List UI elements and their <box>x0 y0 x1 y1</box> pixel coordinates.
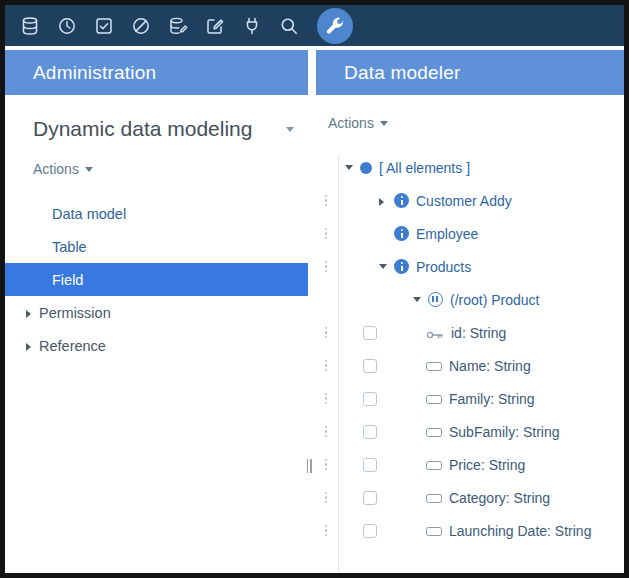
top-toolbar <box>5 5 624 46</box>
tree-label[interactable]: Customer Addy <box>416 193 512 209</box>
database-edit-icon[interactable] <box>167 15 189 37</box>
search-icon[interactable] <box>278 15 300 37</box>
sidebar-item-table[interactable]: Table <box>5 230 308 263</box>
sidebar-item-data-model[interactable]: Data model <box>5 197 308 230</box>
menu-item-label: Table <box>52 239 87 255</box>
wrench-icon-active[interactable] <box>317 8 353 44</box>
field-checkbox[interactable] <box>363 326 377 340</box>
sidebar-item-field[interactable]: Field <box>5 263 308 296</box>
drag-handle-icon[interactable] <box>321 227 331 241</box>
form-edit-icon[interactable] <box>204 15 226 37</box>
tree-row-all-elements[interactable]: [ All elements ] <box>316 151 624 184</box>
field-icon <box>426 395 442 404</box>
tree-row-field-price[interactable]: Price: String <box>316 448 624 481</box>
menu-item-label: Permission <box>39 305 111 321</box>
field-checkbox[interactable] <box>363 359 377 373</box>
data-modeler-header: Data modeler <box>316 50 624 95</box>
tree-row-customer-addy[interactable]: Customer Addy <box>316 184 624 217</box>
field-checkbox[interactable] <box>363 458 377 472</box>
info-icon <box>394 259 409 274</box>
drag-handle-icon[interactable] <box>321 425 331 439</box>
field-icon <box>426 428 442 437</box>
tree-row-field-id[interactable]: id: String <box>316 316 624 349</box>
tree-label[interactable]: Family: String <box>449 391 535 407</box>
field-icon <box>426 461 442 470</box>
tree-label[interactable]: SubFamily: String <box>449 424 559 440</box>
tree-label[interactable]: id: String <box>451 325 506 341</box>
drag-handle-icon[interactable] <box>321 491 331 505</box>
caret-right-icon[interactable] <box>376 195 392 207</box>
tree-label[interactable]: Price: String <box>449 457 525 473</box>
tree-row-products[interactable]: Products <box>316 250 624 283</box>
tree-label[interactable]: Employee <box>416 226 478 242</box>
drag-handle-icon[interactable] <box>321 194 331 208</box>
menu-item-label: Field <box>52 272 83 288</box>
drag-handle-icon[interactable] <box>321 260 331 274</box>
field-checkbox[interactable] <box>363 524 377 538</box>
tree-row-field-family[interactable]: Family: String <box>316 382 624 415</box>
task-check-icon[interactable] <box>93 15 115 37</box>
page-title-row: Dynamic data modeling <box>33 117 294 141</box>
all-elements-icon <box>360 162 372 174</box>
page-title: Dynamic data modeling <box>33 117 278 141</box>
field-checkbox[interactable] <box>363 392 377 406</box>
drag-handle-icon[interactable] <box>321 359 331 373</box>
database-icon[interactable] <box>19 15 41 37</box>
caret-spacer <box>376 228 392 240</box>
administration-header: Administration <box>5 50 308 95</box>
tree-label[interactable]: Name: String <box>449 358 531 374</box>
field-checkbox[interactable] <box>363 491 377 505</box>
drag-handle-icon[interactable] <box>321 326 331 340</box>
menu-item-label: Data model <box>52 206 126 222</box>
info-icon <box>394 193 409 208</box>
app-window: Administration Dynamic data modeling Act… <box>0 0 629 578</box>
sidebar-item-permission[interactable]: Permission <box>5 296 308 329</box>
caret-down-icon[interactable] <box>410 294 426 306</box>
key-icon <box>426 327 444 339</box>
panel-resize-grip-icon[interactable] <box>304 458 314 474</box>
tree-row-field-subfamily[interactable]: SubFamily: String <box>316 415 624 448</box>
admin-menu: Data model Table Field Permission Refe <box>5 197 308 362</box>
tree-label[interactable]: (/root) Product <box>450 292 539 308</box>
root-entity-icon <box>428 292 443 307</box>
left-actions-menu[interactable]: Actions <box>33 161 308 177</box>
right-actions-label: Actions <box>328 115 374 131</box>
field-icon <box>426 362 442 371</box>
title-dropdown-caret-icon[interactable] <box>286 127 294 132</box>
tree-row-employee[interactable]: Employee <box>316 217 624 250</box>
data-modeler-panel: Data modeler Actions [ All elements ] <box>316 50 624 573</box>
administration-panel: Administration Dynamic data modeling Act… <box>5 50 308 573</box>
field-icon <box>426 494 442 503</box>
data-modeler-body: Actions [ All elements ] <box>316 95 624 573</box>
caret-right-icon[interactable] <box>23 340 37 352</box>
tree-label[interactable]: [ All elements ] <box>379 160 470 176</box>
chevron-down-icon <box>380 121 388 126</box>
tree-row-field-category[interactable]: Category: String <box>316 481 624 514</box>
administration-body: Dynamic data modeling Actions Data model… <box>5 95 308 573</box>
caret-down-icon[interactable] <box>342 162 358 174</box>
drag-handle-icon[interactable] <box>321 524 331 538</box>
caret-right-icon[interactable] <box>23 307 37 319</box>
panel-divider[interactable] <box>308 50 316 573</box>
field-checkbox[interactable] <box>363 425 377 439</box>
caret-down-icon[interactable] <box>376 261 392 273</box>
tree-row-root-product[interactable]: (/root) Product <box>316 283 624 316</box>
tree-label[interactable]: Launching Date: String <box>449 523 591 539</box>
tree-row-field-name[interactable]: Name: String <box>316 349 624 382</box>
data-model-tree: [ All elements ] Customer Addy <box>316 151 624 547</box>
clock-icon[interactable] <box>56 15 78 37</box>
tree-label[interactable]: Products <box>416 259 471 275</box>
left-actions-label: Actions <box>33 161 79 177</box>
drag-handle-icon[interactable] <box>321 392 331 406</box>
menu-item-label: Reference <box>39 338 106 354</box>
drag-handle-icon[interactable] <box>321 458 331 472</box>
main-area: Administration Dynamic data modeling Act… <box>5 50 624 573</box>
tree-label[interactable]: Category: String <box>449 490 550 506</box>
slash-circle-icon[interactable] <box>130 15 152 37</box>
chevron-down-icon <box>85 167 93 172</box>
tree-row-field-launching-date[interactable]: Launching Date: String <box>316 514 624 547</box>
plug-icon[interactable] <box>241 15 263 37</box>
sidebar-item-reference[interactable]: Reference <box>5 329 308 362</box>
right-actions-menu[interactable]: Actions <box>328 115 624 131</box>
info-icon <box>394 226 409 241</box>
